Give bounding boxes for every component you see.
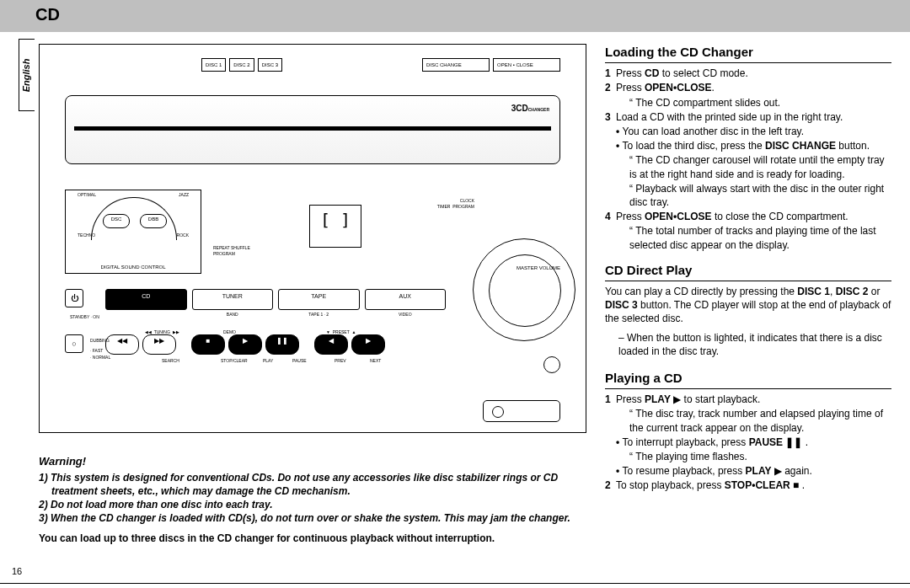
- page-number: 16: [12, 565, 22, 578]
- footer-rule: [0, 583, 910, 584]
- pause-button[interactable]: ❚❚: [265, 334, 299, 355]
- lcd-display: [ ]: [309, 205, 361, 248]
- open-close-button[interactable]: OPEN • CLOSE: [493, 58, 560, 72]
- rew-button[interactable]: ◀◀: [105, 334, 139, 355]
- section-header: CD: [0, 0, 910, 32]
- disc-change-button[interactable]: DISC CHANGE: [422, 58, 490, 72]
- disc-1-button[interactable]: DISC 1: [201, 58, 226, 72]
- disc-button-row: DISC 1 DISC 2 DISC 3 DISC CHANGE OPEN • …: [65, 56, 560, 73]
- language-tab: English: [19, 39, 35, 111]
- loading-steps: 1Press CD to select CD mode. 2Press OPEN…: [605, 67, 891, 251]
- ff-button[interactable]: ▶▶: [142, 334, 176, 355]
- front-panel-foot: [483, 400, 560, 422]
- dubbing-button[interactable]: ○: [65, 334, 83, 353]
- source-tuner[interactable]: TUNERBAND: [192, 289, 274, 310]
- next-button[interactable]: ▶: [351, 334, 385, 355]
- play-button[interactable]: ▶: [228, 334, 262, 355]
- prev-button[interactable]: ◀: [314, 334, 348, 355]
- headphone-jack: [543, 356, 560, 373]
- source-tape[interactable]: TAPETAPE 1 · 2: [278, 289, 360, 310]
- source-cd[interactable]: CDCD 1 · 2 · 3: [105, 289, 187, 310]
- playing-steps: 1Press PLAY ▶ to start playback. The dis…: [605, 393, 891, 492]
- h-playing: Playing a CD: [605, 370, 891, 389]
- warning-list: 1) This system is designed for conventio…: [39, 471, 586, 526]
- direct-play-text: You can play a CD directly by pressing t…: [605, 285, 891, 358]
- power-button[interactable]: ⏻: [65, 289, 83, 307]
- h-direct: CD Direct Play: [605, 262, 891, 281]
- device-illustration: DISC 1 DISC 2 DISC 3 DISC CHANGE OPEN • …: [39, 44, 586, 433]
- warning-heading: Warning!: [39, 454, 586, 469]
- source-aux[interactable]: AUXVIDEO: [365, 289, 447, 310]
- h-loading: Loading the CD Changer: [605, 44, 891, 63]
- dsc-button[interactable]: DSC: [103, 214, 130, 228]
- stop-button[interactable]: ■: [191, 334, 225, 355]
- disc-2-button[interactable]: DISC 2: [229, 58, 254, 72]
- warning-footnote: You can load up to three discs in the CD…: [39, 532, 586, 545]
- cd-tray: 3CDCHANGER: [65, 95, 560, 164]
- dbb-button[interactable]: DBB: [140, 214, 167, 228]
- dsc-panel: DSC DBB OPTIMAL JAZZ TECHNO ROCK DIGITAL…: [65, 190, 201, 274]
- disc-3-button[interactable]: DISC 3: [258, 58, 282, 72]
